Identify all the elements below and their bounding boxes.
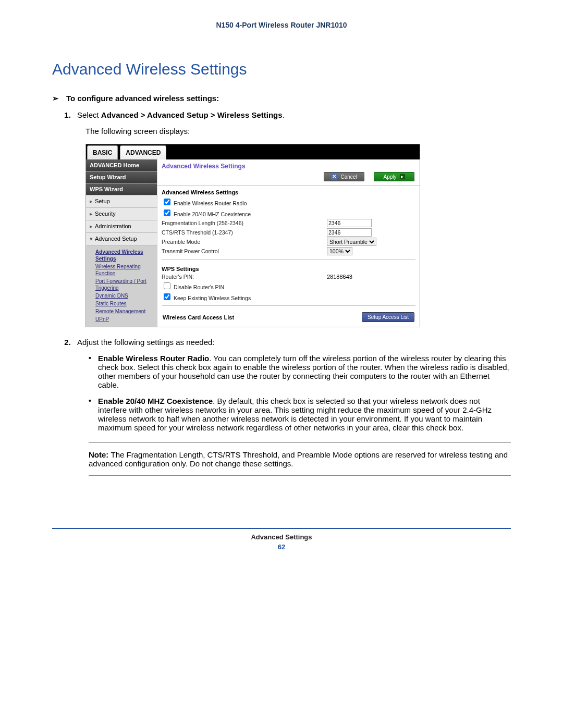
cts-rts-threshold-input[interactable] bbox=[327, 228, 372, 237]
note: Note: The Fragmentation Length, CTS/RTS … bbox=[89, 450, 511, 468]
sidebar-item-wps-wizard[interactable]: WPS Wizard bbox=[86, 183, 157, 195]
sidebar-submenu: Advanced Wireless Settings Wireless Repe… bbox=[86, 245, 157, 327]
doc-header: N150 4-Port Wireless Router JNR1010 bbox=[52, 21, 511, 29]
submenu-port-forwarding-triggering[interactable]: Port Forwarding / Port Triggering bbox=[95, 278, 155, 291]
page-title: Advanced Wireless Settings bbox=[52, 60, 511, 78]
section-advanced-wireless-settings: Advanced Wireless Settings bbox=[157, 186, 420, 196]
apply-button[interactable]: Apply ▸ bbox=[374, 172, 414, 181]
sidebar-item-setup-wizard[interactable]: Setup Wizard bbox=[86, 171, 157, 183]
routers-pin-label: Router's PIN: bbox=[162, 274, 327, 280]
content-title: Advanced Wireless Settings bbox=[157, 159, 420, 170]
sidebar-item-administration[interactable]: ▸Administration bbox=[86, 220, 157, 233]
close-icon: ✕ bbox=[331, 174, 337, 180]
tab-basic[interactable]: BASIC bbox=[87, 145, 118, 159]
bullet-enable-2040-coexistence: Enable 20/40 MHZ Coexistence. By default… bbox=[89, 397, 511, 432]
step-2: Adjust the following settings as needed: bbox=[73, 338, 511, 347]
fragmentation-length-input[interactable] bbox=[327, 219, 372, 227]
sidebar-item-setup[interactable]: ▸Setup bbox=[86, 195, 157, 208]
preamble-mode-label: Preamble Mode bbox=[162, 239, 327, 245]
bullet-enable-wireless-router-radio: Enable Wireless Router Radio. You can co… bbox=[89, 354, 511, 389]
triangle-down-icon: ▾ bbox=[90, 236, 95, 242]
step1-followup: The following screen displays: bbox=[85, 127, 511, 135]
sidebar: ADVANCED Home Setup Wizard WPS Wizard ▸S… bbox=[86, 159, 157, 327]
enable-router-radio-checkbox[interactable] bbox=[164, 199, 170, 205]
section-wireless-card-access-list: Wireless Card Access List bbox=[163, 314, 234, 320]
sidebar-item-advanced-home[interactable]: ADVANCED Home bbox=[86, 159, 157, 171]
submenu-static-routes[interactable]: Static Routes bbox=[95, 300, 155, 307]
keep-existing-settings-checkbox[interactable] bbox=[164, 293, 170, 300]
screenshot: BASIC ADVANCED ADVANCED Home Setup Wizar… bbox=[85, 144, 420, 327]
page-number: 62 bbox=[52, 543, 511, 551]
sidebar-item-advanced-setup[interactable]: ▾Advanced Setup bbox=[86, 233, 157, 245]
submenu-advanced-wireless-settings[interactable]: Advanced Wireless Settings bbox=[95, 249, 155, 262]
transmit-power-control-select[interactable]: 100% bbox=[327, 247, 352, 255]
cts-rts-threshold-label: CTS/RTS Threshold (1-2347) bbox=[162, 229, 327, 236]
triangle-arrow-icon: ➢ bbox=[52, 94, 59, 103]
setup-access-list-button[interactable]: Setup Access List bbox=[362, 312, 414, 322]
cancel-button[interactable]: ✕ Cancel bbox=[324, 172, 364, 181]
procedure-heading: To configure advanced wireless settings: bbox=[66, 94, 219, 103]
triangle-right-icon: ▸ bbox=[90, 211, 95, 217]
section-wps-settings: WPS Settings bbox=[157, 263, 420, 273]
tab-bar: BASIC ADVANCED bbox=[86, 144, 420, 159]
submenu-remote-management[interactable]: Remote Management bbox=[95, 308, 155, 315]
submenu-wireless-repeating-function[interactable]: Wireless Repeating Function bbox=[95, 263, 155, 277]
triangle-right-icon: ▸ bbox=[90, 223, 95, 230]
submenu-dynamic-dns[interactable]: Dynamic DNS bbox=[95, 292, 155, 299]
play-icon: ▸ bbox=[400, 174, 405, 179]
preamble-mode-select[interactable]: Short Preamble bbox=[327, 238, 376, 246]
triangle-right-icon: ▸ bbox=[90, 198, 95, 205]
enable-2040-coexistence-checkbox[interactable] bbox=[164, 209, 170, 216]
tab-advanced[interactable]: ADVANCED bbox=[120, 145, 166, 159]
content-pane: Advanced Wireless Settings ✕ Cancel Appl… bbox=[157, 159, 420, 327]
disable-routers-pin-checkbox[interactable] bbox=[164, 282, 170, 289]
transmit-power-control-label: Transmit Power Control bbox=[162, 248, 327, 254]
sidebar-item-security[interactable]: ▸Security bbox=[86, 208, 157, 220]
routers-pin-value: 28188643 bbox=[327, 274, 415, 280]
fragmentation-length-label: Fragmentation Length (256-2346) bbox=[162, 220, 327, 226]
step-1: Select Advanced > Advanced Setup > Wirel… bbox=[73, 110, 511, 119]
footer-section-title: Advanced Settings bbox=[52, 533, 511, 541]
submenu-upnp[interactable]: UPnP bbox=[95, 316, 155, 323]
